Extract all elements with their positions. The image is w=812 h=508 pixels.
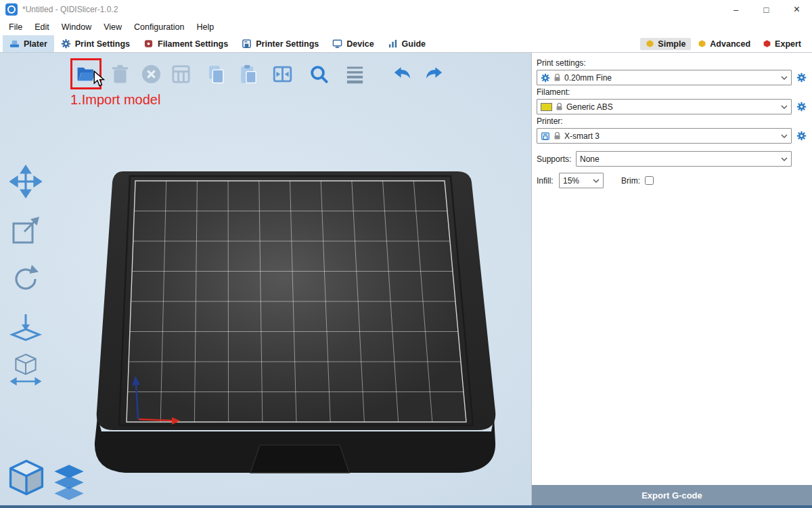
gear-icon [796,72,807,83]
mode-expert[interactable]: Expert [757,38,807,50]
filament-color-swatch [541,103,552,111]
undo-button[interactable] [389,61,415,87]
printer-label: Printer: [537,117,807,126]
infill-value: 15% [563,176,579,186]
expert-mode-icon [763,39,771,48]
redo-icon [424,64,445,85]
import-model-button[interactable] [73,61,99,87]
lock-icon [556,102,563,111]
printer-icon [541,131,550,141]
view-3d-cube-icon [7,458,46,497]
gear-icon [796,131,807,141]
window-title: *Untitled - QIDISlicer-1.0.2 [22,5,118,14]
view-3d-button[interactable] [7,458,46,497]
minimize-button[interactable]: – [721,0,751,19]
mode-simple[interactable]: Simple [640,38,691,50]
measure-button[interactable] [8,351,43,389]
split-view-button[interactable] [269,61,295,87]
gear-icon [61,39,71,49]
lock-icon [554,131,561,140]
paste-button[interactable] [235,61,261,87]
place-on-face-button[interactable] [8,308,43,345]
menu-edit[interactable]: Edit [28,20,55,34]
filament-icon [143,39,154,49]
paste-icon [238,64,258,85]
maximize-button[interactable]: □ [751,0,782,19]
mode-advanced[interactable]: Advanced [692,38,756,50]
supports-value: None [580,154,600,164]
plater-icon [9,39,20,49]
settings-sidebar: Print settings: 0.20mm Fine Filament: Ge… [531,53,812,508]
redo-button[interactable] [421,61,447,87]
step1-annotation: 1.Import model [70,92,160,108]
arrange-button[interactable] [168,61,194,87]
device-icon [332,39,342,49]
3d-viewport[interactable]: 1.Import model [0,53,531,508]
print-bed[interactable] [88,166,508,481]
window-bottom-edge [0,505,812,508]
tabbar: Plater Print Settings Filament Settings … [0,35,812,53]
filament-value: Generic ABS [566,102,613,112]
brim-checkbox[interactable] [645,176,654,185]
rotate-button[interactable] [8,260,43,298]
variable-layer-height-button[interactable] [342,61,367,87]
move-button[interactable] [8,163,43,200]
scale-button[interactable] [8,211,43,249]
brim-label: Brim: [621,176,640,186]
chevron-down-icon [781,157,788,161]
infill-select[interactable]: 15% [559,173,604,188]
printer-gear-button[interactable] [795,129,807,143]
advanced-mode-icon [698,39,706,48]
print-settings-label: Print settings: [537,58,807,68]
chevron-down-icon [781,134,788,138]
tab-printer-settings[interactable]: Printer Settings [235,35,325,52]
printer-select[interactable]: X-smart 3 [537,128,792,144]
window-controls: – □ × [721,0,812,19]
search-button[interactable] [306,61,332,87]
close-button[interactable]: × [782,0,812,19]
delete-button[interactable] [107,61,133,87]
menu-window[interactable]: Window [55,20,97,34]
place-on-face-icon [9,309,42,344]
measure-icon [9,352,42,387]
tab-plater[interactable]: Plater [3,35,54,52]
layers-preview-button[interactable] [51,463,87,497]
export-gcode-button[interactable]: Export G-code [532,485,812,505]
filament-select[interactable]: Generic ABS [537,99,792,114]
menu-view[interactable]: View [97,20,128,34]
delete-icon [110,64,131,85]
chevron-down-icon [593,179,600,183]
search-icon [309,64,330,85]
titlebar: *Untitled - QIDISlicer-1.0.2 – □ × [0,0,812,19]
menu-file[interactable]: File [3,20,28,34]
tab-device[interactable]: Device [325,35,380,52]
main-area: 1.Import model Print settings: [0,53,812,508]
delete-all-icon [141,64,162,85]
print-settings-gear-button[interactable] [795,71,807,85]
gear-icon [796,102,807,112]
undo-icon [392,64,413,85]
simple-mode-icon [646,39,654,48]
filament-label: Filament: [537,87,807,97]
app-logo-icon [5,3,18,16]
arrange-icon [171,64,191,85]
copy-icon [206,64,227,85]
delete-all-button[interactable] [138,61,164,87]
tab-guide[interactable]: Guide [381,35,432,52]
menu-help[interactable]: Help [190,20,220,34]
tab-filament-settings[interactable]: Filament Settings [137,35,235,52]
lock-icon [554,73,561,82]
menubar: File Edit Window View Configuration Help [0,19,812,35]
supports-select[interactable]: None [576,151,792,167]
variable-layer-height-icon [344,64,365,85]
split-view-icon [272,64,293,85]
filament-gear-button[interactable] [795,100,807,114]
move-icon [9,164,42,199]
print-settings-select[interactable]: 0.20mm Fine [537,70,792,85]
printer-icon [242,39,252,49]
menu-configuration[interactable]: Configuration [128,20,190,34]
tab-print-settings[interactable]: Print Settings [54,35,137,52]
guide-icon [388,39,398,49]
supports-label: Supports: [537,154,576,164]
copy-button[interactable] [203,61,229,87]
